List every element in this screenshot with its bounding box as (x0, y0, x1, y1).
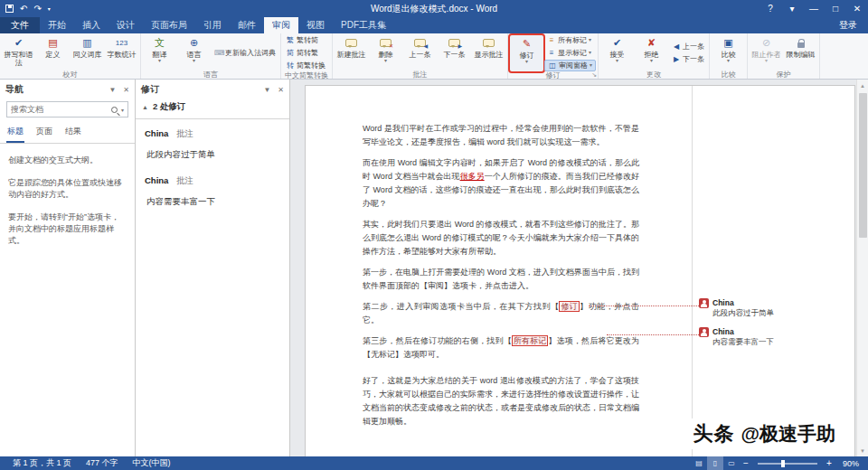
scroll-up-icon[interactable]: ▲ (857, 80, 868, 91)
revision-author: China (145, 128, 168, 138)
tab-mailings[interactable]: 邮件 (230, 17, 264, 33)
group-label-language: 语言 (143, 70, 278, 80)
redo-button[interactable]: ↷ (33, 5, 41, 14)
tab-references[interactable]: 引用 (195, 17, 230, 33)
translate-button[interactable]: 文 翻译 ▾ (143, 34, 176, 70)
tab-pdf-tools[interactable]: PDF工具集 (333, 17, 394, 33)
navigation-pane-menu-icon[interactable]: ▼ (108, 86, 116, 94)
delete-comment-button[interactable]: ✕ 删除 ▾ (369, 34, 402, 70)
paragraph[interactable]: 第三步，然后在修订功能的右侧，找到【所有标记】选项，然后将它更改为【无标记】选项… (363, 334, 639, 362)
qat-customize-button[interactable]: ▾ (48, 5, 51, 14)
reject-button[interactable]: ✘ 拒绝 ▾ (635, 34, 668, 70)
ribbon-group-language: 文 翻译 ▾ ⊕ 语言 ▾ ⌨ 更新输入法词典 语言 (141, 33, 281, 79)
tab-review[interactable]: 审阅 (264, 17, 298, 33)
track-changes-button[interactable]: ✎ 修订 ▾ (510, 35, 543, 71)
define-icon: ▤ (48, 36, 57, 50)
tracking-dialog-launcher[interactable]: ↘ (591, 71, 597, 79)
maximize-button[interactable]: □ (825, 0, 846, 17)
previous-comment-icon: ◀ (414, 39, 426, 47)
paragraph[interactable]: 第二步，进入到审阅选项卡当中后，在其下方找到【修订】功能，并点击它。 (363, 300, 639, 327)
show-markup-dropdown[interactable]: ≡ 显示标记 ▾ (544, 47, 596, 59)
search-options-arrow-icon[interactable]: ▾ (121, 107, 124, 113)
revision-entry[interactable]: China 批注 内容需要丰富一下 (136, 166, 289, 208)
save-icon[interactable] (5, 5, 14, 13)
block-authors-button[interactable]: ⊘ 阻止作者 ▾ (750, 34, 783, 70)
help-button[interactable]: ? (760, 0, 781, 17)
revisions-pane-close-icon[interactable]: ✕ (278, 86, 284, 94)
document-page[interactable]: Word 是我们平时在工作或学习的过程中，经常会使用到的一款软件，不管是写毕业论… (305, 85, 855, 456)
tab-layout[interactable]: 页面布局 (143, 17, 195, 33)
convert-button[interactable]: 转 简繁转换 (283, 60, 328, 71)
tab-home[interactable]: 开始 (40, 17, 74, 33)
ribbon: ✔ 拼写和语法 ▤ 定义 ▥ 同义词库 123 字数统计 校对 (0, 33, 868, 80)
tab-design[interactable]: 设计 (108, 17, 143, 33)
revisions-pane-menu-icon[interactable]: ▼ (263, 86, 270, 94)
navigation-pane-close-icon[interactable]: ✕ (123, 86, 129, 94)
word-count-indicator[interactable]: 477 个字 (79, 456, 126, 470)
language-button[interactable]: ⊕ 语言 ▾ (177, 34, 211, 70)
paragraph[interactable]: 而在使用 Word 编辑文字内容时，如果开启了 Word 的修改模式的话，那么此… (363, 156, 639, 211)
zoom-slider-thumb[interactable] (781, 460, 785, 467)
traditional-to-simplified-button[interactable]: 繁 繁转简 (283, 34, 328, 46)
update-ime-dictionary-button[interactable]: ⌨ 更新输入法词典 (212, 47, 278, 59)
show-comments-button[interactable]: 显示批注 (472, 34, 505, 70)
document-text[interactable]: Word 是我们平时在工作或学习的过程中，经常会使用到的一款软件，不管是写毕业论… (363, 122, 639, 436)
tab-insert[interactable]: 插入 (74, 17, 108, 33)
search-icon[interactable] (111, 107, 118, 113)
new-comment-button[interactable]: 新建批注 (335, 34, 368, 70)
group-label-protect: 保护 (750, 70, 817, 80)
revisions-summary[interactable]: ▲ 2 处修订 (136, 99, 289, 119)
nav-tab-pages[interactable]: 页面 (35, 123, 53, 143)
margin-comment[interactable]: China 内容需要丰富一下 (699, 327, 786, 346)
minimize-button[interactable]: — (803, 0, 825, 17)
ribbon-options-button[interactable]: ▾ (781, 0, 803, 17)
all-markup-dropdown[interactable]: ≡ 所有标记 ▾ (544, 34, 596, 46)
previous-change-button[interactable]: ◀ 上一条 (669, 41, 707, 52)
print-layout-button[interactable]: ▯ (707, 456, 723, 470)
simplified-to-traditional-button[interactable]: 简 简转繁 (283, 47, 328, 59)
nav-tab-results[interactable]: 结果 (64, 123, 82, 143)
close-button[interactable]: ✕ (846, 0, 868, 17)
reviewing-pane-dropdown[interactable]: ◫ 审阅窗格 ▾ (544, 60, 596, 71)
vertical-scrollbar[interactable]: ▲ ▼ (856, 80, 868, 456)
revision-entry[interactable]: China 批注 此段内容过于简单 (136, 119, 289, 161)
dropdown-arrow-icon: ▾ (158, 59, 161, 63)
zoom-level[interactable]: 90% (835, 459, 863, 468)
zoom-in-button[interactable]: + (823, 458, 835, 468)
paragraph[interactable]: Word 是我们平时在工作或学习的过程中，经常会使用到的一款软件，不管是写毕业论… (363, 122, 639, 149)
nav-tab-headings[interactable]: 标题 (6, 123, 24, 143)
search-input[interactable] (11, 105, 111, 114)
sign-in-button[interactable]: 登录 (828, 17, 868, 33)
zoom-out-button[interactable]: − (740, 458, 752, 468)
paragraph[interactable]: 其实，此时我们只要退出 Word 的修改模式，就看不到这些修订的批注了。那么到底… (363, 218, 639, 258)
delete-comment-icon: ✕ (380, 39, 392, 47)
previous-comment-button[interactable]: ◀ 上一条 (403, 34, 437, 70)
page-indicator[interactable]: 第 1 页，共 1 页 (5, 456, 79, 470)
paragraph[interactable]: 第一步，在电脑上打开需要处理的 Word 文档，进入到文档界面当中后，找到软件界… (363, 266, 639, 293)
spelling-grammar-button[interactable]: ✔ 拼写和语法 (2, 34, 35, 70)
restrict-editing-button[interactable]: 限制编辑 (784, 34, 817, 70)
scrollbar-thumb[interactable] (859, 93, 867, 238)
document-search-box[interactable]: ▾ (6, 101, 128, 118)
next-change-button[interactable]: ▶ 下一条 (669, 53, 707, 65)
reject-icon: ✘ (647, 36, 656, 50)
scroll-down-icon[interactable]: ▼ (857, 445, 868, 456)
margin-comment[interactable]: China 此段内容过于简单 (699, 298, 786, 317)
paragraph[interactable]: 好了，这就是为大家总结的关于 word 退出修改模式的方法了，学会了这项技巧，大… (363, 374, 639, 428)
language-indicator[interactable]: 中文(中国) (126, 456, 178, 470)
undo-button[interactable]: ↶ (20, 5, 27, 14)
all-markup-icon: ≡ (547, 36, 556, 44)
define-button[interactable]: ▤ 定义 (36, 34, 70, 70)
thesaurus-button[interactable]: ▥ 同义词库 (71, 34, 104, 70)
zoom-slider[interactable] (758, 463, 817, 465)
show-comments-icon (483, 39, 495, 47)
web-layout-button[interactable]: ▭ (723, 456, 740, 470)
tab-view[interactable]: 视图 (298, 17, 333, 33)
next-comment-button[interactable]: ▶ 下一条 (438, 34, 471, 70)
compare-button[interactable]: ▣ 比较 ▾ (712, 34, 745, 70)
read-mode-button[interactable]: ▤ (691, 456, 707, 470)
tab-file[interactable]: 文件 (0, 17, 40, 33)
dropdown-arrow-icon: ▾ (590, 63, 592, 68)
word-count-button[interactable]: 123 字数统计 (105, 34, 138, 70)
accept-button[interactable]: ✔ 接受 ▾ (600, 34, 634, 70)
